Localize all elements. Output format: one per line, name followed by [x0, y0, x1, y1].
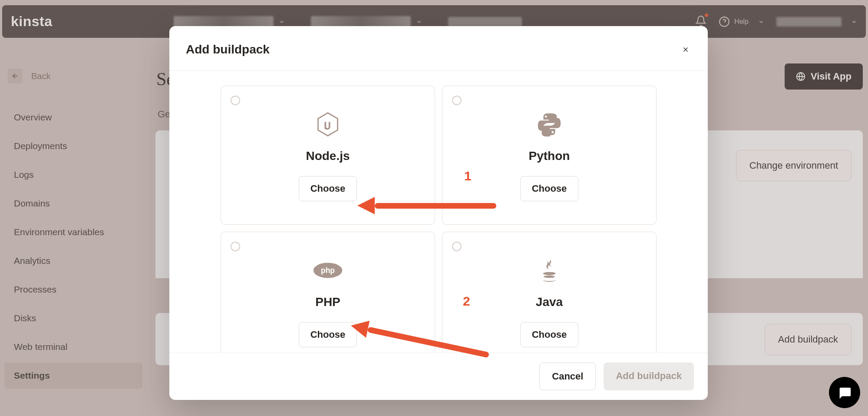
- svg-text:php: php: [321, 266, 335, 275]
- add-buildpack-confirm-button[interactable]: Add buildpack: [604, 363, 694, 390]
- modal-close-button[interactable]: [680, 44, 691, 55]
- radio-icon[interactable]: [452, 242, 462, 251]
- python-icon: [534, 109, 564, 140]
- annotation-number-2: 2: [463, 294, 470, 309]
- choose-button[interactable]: Choose: [520, 322, 579, 347]
- arrow-head-icon: [357, 197, 375, 214]
- close-icon: [682, 46, 690, 53]
- buildpack-name: Python: [529, 149, 570, 163]
- choose-button[interactable]: Choose: [520, 176, 579, 201]
- buildpack-card-java[interactable]: Java Choose: [442, 232, 657, 353]
- php-icon: php: [313, 255, 343, 286]
- annotation-arrow-1: [357, 197, 496, 214]
- buildpack-name: Java: [536, 295, 563, 309]
- chat-widget-button[interactable]: [829, 377, 860, 408]
- annotation-number-1: 1: [464, 169, 472, 183]
- choose-button[interactable]: Choose: [299, 322, 357, 347]
- buildpack-name: Node.js: [306, 149, 350, 163]
- cancel-button[interactable]: Cancel: [539, 363, 596, 390]
- java-icon: [534, 255, 564, 286]
- nodejs-icon: [313, 109, 343, 140]
- radio-icon[interactable]: [452, 96, 462, 105]
- radio-icon[interactable]: [231, 96, 240, 105]
- chat-icon: [837, 385, 852, 400]
- modal-title: Add buildpack: [186, 43, 270, 57]
- radio-icon[interactable]: [231, 242, 240, 251]
- arrow-head-icon: [349, 317, 370, 337]
- buildpack-name: PHP: [315, 295, 340, 309]
- choose-button[interactable]: Choose: [299, 176, 357, 201]
